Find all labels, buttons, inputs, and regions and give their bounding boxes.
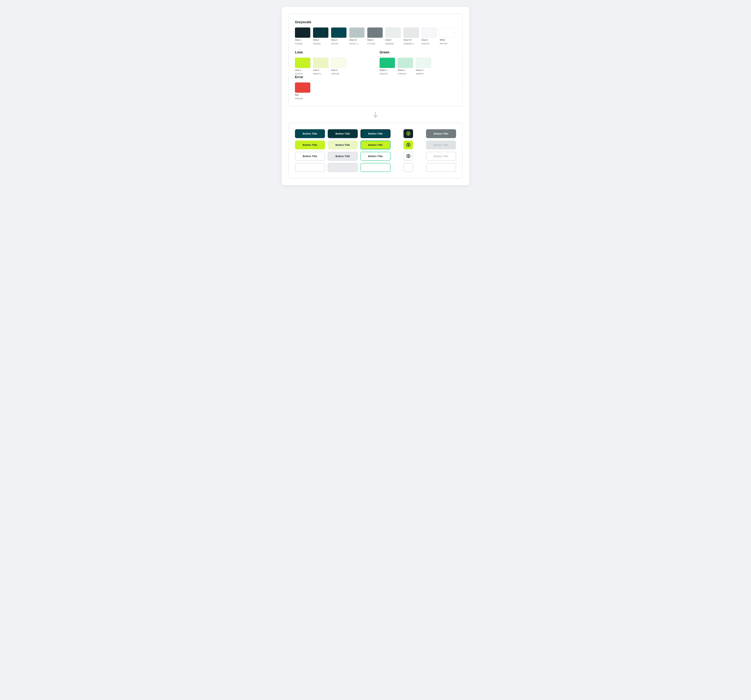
btn-default-empty[interactable]	[295, 163, 325, 172]
spinner-dark-icon: Ⓢ	[406, 131, 410, 136]
lime1-swatch	[295, 58, 310, 68]
arrow-divider	[289, 112, 462, 119]
palette-section: Greyscale Grey 1 #12252B Grey 2 #0A353C …	[289, 14, 462, 106]
btn-loading-dark[interactable]: Ⓢ	[403, 129, 413, 138]
green3-hex: #EBF8F2	[416, 73, 423, 75]
grey32-swatch	[349, 28, 365, 38]
color-grey4: Grey 4 #717C80	[367, 28, 383, 45]
btn-col-hover: Button Title Button Title Button Title	[328, 129, 358, 172]
btn-loading-lime[interactable]: Ⓢ	[403, 141, 413, 149]
lime3-hex: #F8FCEB	[331, 73, 339, 75]
green3-swatch	[416, 58, 431, 68]
color-grey1: Grey 1 #12252B	[295, 28, 310, 45]
grey3-name: Grey 3	[331, 39, 337, 42]
color-grey2: Grey 2 #0A353C	[313, 28, 328, 45]
btn-focus-lime[interactable]: Button Title	[360, 141, 391, 149]
lime3-name: Lime 3	[331, 69, 337, 72]
error-row: Red #E8413B	[295, 82, 456, 100]
lime2-hex: #EBF6C1	[313, 73, 321, 75]
btn-default-outline[interactable]: Button Title	[295, 152, 325, 161]
grey5-hex: #EAEEEE	[385, 42, 394, 45]
spinner-lime-icon: Ⓢ	[406, 142, 410, 148]
grey2-name: Grey 2	[313, 39, 319, 42]
btn-default-dark[interactable]: Button Title	[295, 129, 325, 138]
white-hex: #FFFFFF	[440, 42, 448, 45]
btn-hover-dark[interactable]: Button Title	[328, 129, 358, 138]
lime-row: Lime 1 #C6F221 Lime 2 #EBF6C1 Lime 3 #F8…	[295, 58, 371, 75]
grey5-swatch	[385, 28, 401, 38]
grey4-name: Grey 4	[367, 39, 374, 42]
grey1-swatch	[295, 28, 310, 38]
green1-swatch	[380, 58, 395, 68]
color-lime3: Lime 3 #F8FCEB	[331, 58, 346, 75]
lime-green-row: Lime Lime 1 #C6F221 Lime 2 #EBF6C1 Li	[295, 50, 456, 75]
error-title: Error	[295, 75, 456, 79]
btn-disabled-outline: Button Title	[426, 152, 456, 161]
btn-hover-lime[interactable]: Button Title	[328, 141, 358, 149]
lime-group: Lime Lime 1 #C6F221 Lime 2 #EBF6C1 Li	[295, 50, 371, 75]
grey32-name: Grey 3.2	[349, 39, 357, 42]
green-group: Green Green 1 #1BC47D Green 2 #C5ECD9	[380, 50, 456, 75]
page-wrapper: Greyscale Grey 1 #12252B Grey 2 #0A353C …	[282, 7, 469, 185]
color-lime1: Lime 1 #C6F221	[295, 58, 310, 75]
btn-hover-outline[interactable]: Button Title	[328, 152, 358, 161]
greyscale-title: Greyscale	[295, 20, 456, 24]
green1-hex: #1BC47D	[380, 73, 388, 75]
color-green2: Green 2 #C5ECD9	[398, 58, 413, 75]
grey6-swatch	[422, 28, 437, 38]
grey1-name: Grey 1	[295, 39, 301, 42]
lime2-swatch	[313, 58, 328, 68]
btn-disabled-empty	[426, 163, 456, 172]
buttons-section: Button Title Button Title Button Title B…	[289, 123, 462, 178]
btn-default-lime[interactable]: Button Title	[295, 141, 325, 149]
spinner-outline-icon: Ⓢ	[406, 153, 410, 159]
lime1-hex: #C6F221	[295, 73, 303, 75]
grey1-hex: #12252B	[295, 42, 303, 45]
white-name: White	[440, 39, 445, 42]
btn-hover-empty[interactable]	[328, 163, 358, 172]
color-green3: Green 3 #EBF8F2	[416, 58, 431, 75]
lime2-name: Lime 2	[313, 69, 319, 72]
green2-hex: #C5ECD9	[398, 73, 406, 75]
grey32-hex: #014751 .2	[349, 42, 359, 45]
green2-swatch	[398, 58, 413, 68]
greyscale-row: Grey 1 #12252B Grey 2 #0A353C Grey 3 #01…	[295, 28, 456, 45]
color-grey6: Grey 6 #F5F7FA	[422, 28, 437, 45]
color-white: White #FFFFFF	[440, 28, 455, 45]
color-red: Red #E8413B	[295, 82, 310, 100]
color-grey55: Grey 5.5 #EAEEEE .5	[403, 28, 419, 45]
btn-col-disabled: Button Title Button Title Button Title	[426, 129, 456, 172]
red-name: Red	[295, 94, 299, 96]
grey2-swatch	[313, 28, 328, 38]
grey3-hex: #014751	[331, 42, 338, 45]
grey6-name: Grey 6	[422, 39, 428, 42]
grey55-swatch	[403, 28, 419, 38]
btn-disabled-lime: Button Title	[426, 141, 456, 149]
btn-loading-empty[interactable]	[403, 163, 413, 172]
color-lime2: Lime 2 #EBF6C1	[313, 58, 328, 75]
lime1-name: Lime 1	[295, 69, 301, 72]
btn-focus-dark[interactable]: Button Title	[360, 129, 391, 138]
grey4-hex: #717C80	[367, 42, 375, 45]
btn-col-default: Button Title Button Title Button Title	[295, 129, 325, 172]
white-swatch	[440, 28, 455, 38]
color-green1: Green 1 #1BC47D	[380, 58, 395, 75]
btn-loading-outline[interactable]: Ⓢ	[403, 152, 413, 161]
color-grey5: Grey 5 #EAEEEE	[385, 28, 401, 45]
grey4-swatch	[367, 28, 383, 38]
red-swatch	[295, 82, 310, 93]
grey3-swatch	[331, 28, 346, 38]
btn-focus-outline[interactable]: Button Title	[360, 152, 391, 161]
lime-title: Lime	[295, 50, 371, 54]
lime3-swatch	[331, 58, 346, 68]
btn-col-loading: Ⓢ Ⓢ Ⓢ	[393, 129, 423, 172]
grey5-name: Grey 5	[385, 39, 391, 42]
color-grey3: Grey 3 #014751	[331, 28, 346, 45]
grey2-hex: #0A353C	[313, 42, 321, 45]
btn-focus-empty[interactable]	[360, 163, 391, 172]
grey55-hex: #EAEEEE .5	[403, 42, 414, 45]
green1-name: Green 1	[380, 69, 387, 72]
color-grey32: Grey 3.2 #014751 .2	[349, 28, 365, 45]
green2-name: Green 2	[398, 69, 405, 72]
green-row: Green 1 #1BC47D Green 2 #C5ECD9 Green 3 …	[380, 58, 456, 75]
